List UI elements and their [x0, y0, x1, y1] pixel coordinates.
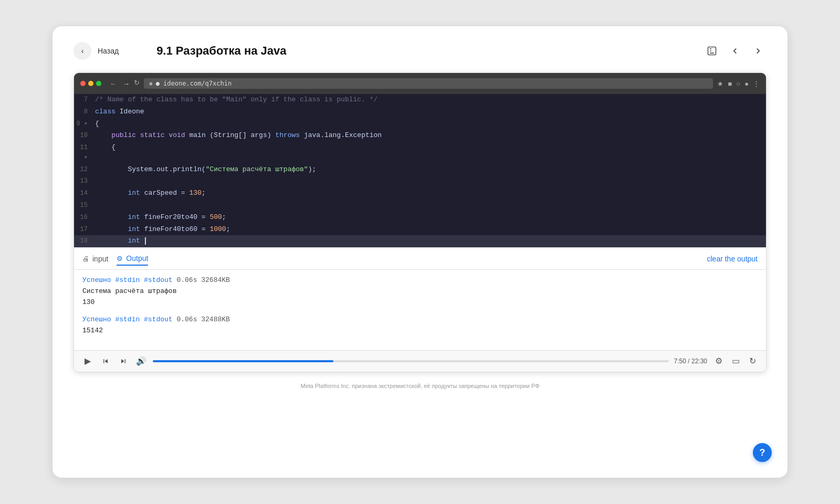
output-tabs-bar: 🖨 input ⚙ Output clear the output	[74, 248, 766, 270]
rewind-icon	[101, 357, 110, 365]
line-content-16: int fineFor20to40 = 500;	[95, 212, 226, 223]
traffic-light-green	[96, 81, 101, 86]
output-tab-icon: ⚙	[117, 255, 123, 262]
nav-forward-icon-btn[interactable]	[750, 43, 766, 59]
play-button[interactable]: ▶	[81, 355, 94, 368]
line-content-9: {	[95, 119, 99, 130]
time-total: 22:30	[691, 358, 707, 365]
volume-button[interactable]: 🔊	[135, 355, 148, 368]
nav-back-icon-btn[interactable]	[727, 43, 743, 59]
time-display: 7:50 / 22:30	[674, 358, 707, 365]
line-num-16: 16	[74, 213, 95, 223]
progress-bar-container[interactable]	[153, 360, 669, 362]
line-content-7: /* Name of the class has to be "Main" on…	[95, 94, 377, 106]
browser-frame: ← → ↻ ■ ● ideone.com/q7xchin ★ ■ ○ ● ⋮ 7	[74, 72, 766, 372]
clear-output-button[interactable]: clear the output	[707, 255, 758, 263]
code-line-12: 12 System.out.println("Система расчёта ш…	[74, 164, 766, 176]
svg-rect-0	[708, 47, 716, 55]
output-meta-1: 0.06s 32684KB	[176, 276, 229, 284]
fast-forward-button[interactable]	[117, 355, 130, 368]
browser-toolbar: ← → ↻ ■ ● ideone.com/q7xchin ★ ■ ○ ● ⋮	[74, 73, 766, 94]
status-success-2: Успешно	[82, 316, 115, 323]
browser-forward-btn[interactable]: →	[121, 79, 132, 89]
account-icon[interactable]: ●	[744, 80, 749, 88]
lock-icon: ■	[149, 80, 153, 87]
browser-url: ● ideone.com/q7xchin	[156, 80, 232, 87]
line-num-12: 12	[74, 165, 95, 175]
output-tab-label: Output	[126, 254, 148, 262]
output-lines-2: 15142	[82, 326, 758, 337]
back-label: Назад	[98, 47, 119, 55]
code-editor[interactable]: 7 /* Name of the class has to be "Main" …	[74, 94, 766, 247]
line-content-13	[95, 176, 99, 187]
fullscreen-button[interactable]: ▭	[729, 355, 742, 368]
time-separator: /	[688, 358, 691, 365]
fast-forward-icon	[119, 357, 128, 365]
line-num-8: 8	[74, 107, 95, 117]
output-tags-1: #stdin #stdout	[115, 276, 176, 284]
code-line-17: 17 int fineFor40to60 = 1000;	[74, 224, 766, 236]
code-line-15: 15	[74, 200, 766, 212]
line-num-9: 9 ▾	[74, 119, 95, 129]
text-cursor	[145, 237, 146, 245]
code-lines: 7 /* Name of the class has to be "Main" …	[74, 94, 766, 247]
settings-button[interactable]: ⚙	[712, 355, 725, 368]
help-button[interactable]: ?	[753, 443, 772, 462]
status-success-1: Успешно	[82, 276, 115, 284]
traffic-lights	[80, 81, 101, 86]
browser-back-btn[interactable]: ←	[108, 79, 119, 89]
header-left: ‹ Назад 9.1 Разработка на Java	[74, 42, 287, 60]
browser-refresh-btn[interactable]: ↻	[134, 79, 140, 89]
output-content: Успешно #stdin #stdout 0.06s 32684KB Сис…	[74, 270, 766, 350]
star-icon[interactable]: ★	[717, 80, 723, 88]
rewind-button[interactable]	[99, 355, 112, 368]
time-current: 7:50	[674, 358, 686, 365]
line-content-8: class Ideone	[95, 107, 144, 118]
code-line-14: 14 int carSpeed = 130;	[74, 187, 766, 200]
browser-toolbar-right: ★ ■ ○ ● ⋮	[717, 80, 760, 88]
nav-forward-icon	[753, 46, 763, 56]
line-num-18: 18	[74, 236, 95, 246]
tab-output[interactable]: ⚙ Output	[117, 252, 148, 266]
output-panel: 🖨 input ⚙ Output clear the output Успешн…	[74, 247, 766, 371]
line-num-13: 13	[74, 176, 95, 186]
tab-input[interactable]: 🖨 input	[82, 253, 108, 265]
browser-nav-buttons: ← → ↻	[108, 79, 140, 89]
bookmark-icon-btn[interactable]	[704, 43, 720, 59]
line-num-14: 14	[74, 188, 95, 198]
code-line-11: 11 ▾ {	[74, 142, 766, 163]
page-title: 9.1 Разработка на Java	[156, 44, 286, 58]
pip-button[interactable]: ↻	[746, 355, 759, 368]
line-num-7: 7	[74, 95, 95, 105]
output-meta-2: 0.06s 32488KB	[176, 316, 229, 323]
line-content-15	[95, 200, 99, 211]
progress-bar-fill	[153, 360, 333, 362]
line-content-14: int carSpeed = 130;	[95, 188, 206, 199]
video-controls: ▶ 🔊 7:50 / 22:3	[74, 350, 766, 372]
input-tab-label: input	[92, 255, 108, 263]
code-line-7: 7 /* Name of the class has to be "Main" …	[74, 94, 766, 106]
line-content-12: System.out.println("Система расчёта штра…	[95, 164, 316, 175]
code-line-16: 16 int fineFor20to40 = 500;	[74, 212, 766, 224]
output-tags-2: #stdin #stdout	[115, 316, 176, 323]
line-content-17: int fineFor40to60 = 1000;	[95, 224, 230, 235]
browser-address-bar[interactable]: ■ ● ideone.com/q7xchin	[144, 78, 713, 89]
back-button[interactable]: ‹	[74, 42, 91, 60]
output-block-2: Успешно #stdin #stdout 0.06s 32488KB 151…	[82, 316, 758, 337]
line-content-10: public static void main (String[] args) …	[95, 130, 382, 141]
input-tab-icon: 🖨	[82, 255, 89, 262]
line-num-11: 11 ▾	[74, 143, 95, 163]
page-container: ‹ Назад 9.1 Разработка на Java	[52, 26, 788, 478]
output-status-2: Успешно #stdin #stdout 0.06s 32488KB	[82, 316, 758, 323]
output-block-1: Успешно #stdin #stdout 0.06s 32684KB Сис…	[82, 276, 758, 308]
code-line-8: 8 class Ideone	[74, 106, 766, 118]
global-icon[interactable]: ○	[736, 80, 740, 88]
traffic-light-red	[80, 81, 86, 86]
menu-icon[interactable]: ⋮	[753, 80, 760, 88]
bookmark-icon	[707, 46, 717, 56]
line-content-18: int	[95, 236, 146, 247]
output-lines-1: Система расчёта штрафов 130	[82, 286, 758, 308]
code-line-18: 18 int	[74, 235, 766, 247]
extension-icon[interactable]: ■	[728, 80, 732, 88]
traffic-light-yellow	[88, 81, 93, 86]
